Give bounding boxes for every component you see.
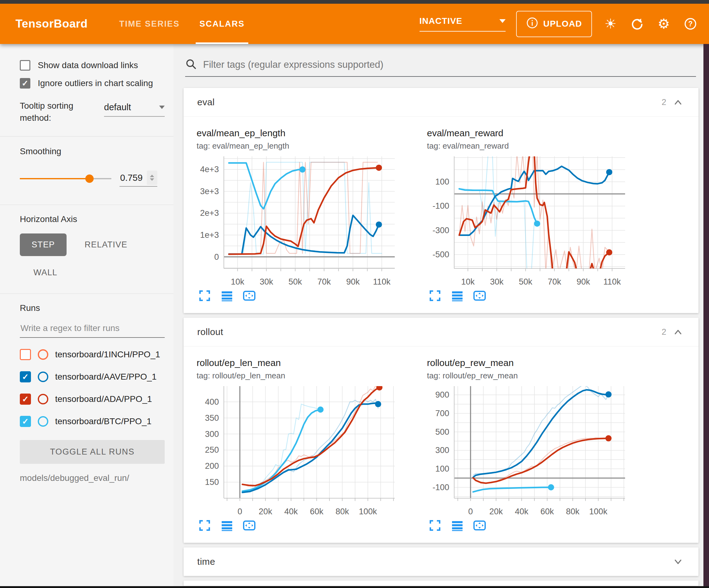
svg-text:250: 250	[205, 445, 219, 455]
svg-text:0: 0	[214, 252, 219, 262]
run-row-ada[interactable]: ✓ tensorboard/ADA/PPO_1	[20, 393, 165, 405]
main-content: eval2eval/mean_ep_lengthtag: eval/mean_e…	[174, 44, 703, 586]
chevron-up-icon[interactable]	[671, 325, 685, 339]
svg-text:70k: 70k	[548, 277, 561, 286]
help-icon[interactable]: ?	[682, 16, 699, 32]
svg-text:20k: 20k	[490, 507, 503, 516]
chart-canvas-eval-mean-ep-length[interactable]: 10k30k50k70k90k110k01e+32e+33e+34e+3	[196, 153, 401, 288]
upload-button[interactable]: UPLOAD	[516, 11, 592, 37]
axis-option-step[interactable]: STEP	[20, 233, 67, 256]
fit-domain-icon[interactable]	[473, 519, 487, 532]
fit-domain-icon[interactable]	[242, 519, 256, 532]
svg-text:500: 500	[435, 427, 449, 437]
settings-sidebar: Show data download links ✓ Ignore outlie…	[0, 44, 174, 586]
smoothing-value-input[interactable]	[120, 173, 147, 183]
section-header-time[interactable]: time	[184, 547, 699, 576]
chart-canvas-rollout-ep-len-mean[interactable]: 020k40k60k80k100k150200250300350400	[196, 383, 401, 518]
svg-text:300: 300	[435, 445, 449, 455]
toggle-runs-list-icon[interactable]	[220, 289, 234, 303]
svg-text:100: 100	[435, 177, 449, 186]
section-card-rollout: rollout2rollout/ep_len_meantag: rollout/…	[184, 318, 699, 543]
filter-tags-input[interactable]	[203, 59, 696, 71]
run-row-1inch[interactable]: tensorboard/1INCH/PPO_1	[20, 349, 165, 360]
svg-text:10k: 10k	[461, 277, 475, 286]
chart-canvas-rollout-ep-rew-mean[interactable]: 020k40k60k80k100k-100100300500700900	[427, 383, 631, 518]
tab-scalars[interactable]: SCALARS	[189, 4, 255, 44]
run-color-circle	[38, 372, 48, 382]
section-card-partial	[184, 581, 699, 586]
chevron-down-icon	[159, 106, 165, 109]
section-header-eval[interactable]: eval2	[184, 88, 699, 117]
chart-card-rollout-ep-len-mean: rollout/ep_len_meantag: rollout/ep_len_m…	[196, 358, 413, 532]
section-header-rollout[interactable]: rollout2	[184, 318, 699, 347]
svg-text:10k: 10k	[231, 277, 244, 286]
chevron-up-icon[interactable]	[671, 95, 685, 109]
svg-text:80k: 80k	[566, 507, 580, 516]
chart-tag-label: tag: rollout/ep_rew_mean	[427, 371, 644, 381]
fit-domain-icon[interactable]	[473, 289, 487, 303]
run-checkbox[interactable]: ✓	[20, 416, 31, 427]
svg-text:4e+3: 4e+3	[200, 165, 219, 174]
svg-text:40k: 40k	[284, 507, 298, 516]
run-color-circle	[38, 349, 48, 360]
section-title: eval	[197, 97, 215, 107]
axis-option-relative[interactable]: RELATIVE	[84, 240, 127, 250]
settings-gear-icon[interactable]: ⚙	[656, 16, 672, 32]
brightness-icon[interactable]: ☀	[603, 16, 619, 32]
runs-filter-box	[20, 323, 165, 338]
svg-text:?: ?	[688, 20, 692, 28]
tab-time-series[interactable]: TIME SERIES	[109, 4, 189, 44]
svg-text:400: 400	[205, 397, 219, 407]
smoothing-stepper[interactable]	[147, 171, 157, 185]
toggle-runs-list-icon[interactable]	[450, 289, 464, 303]
svg-text:350: 350	[205, 413, 219, 423]
svg-text:30k: 30k	[490, 277, 504, 286]
show-download-links-checkbox[interactable]	[20, 60, 30, 71]
chart-card-eval-mean-reward: eval/mean_rewardtag: eval/mean_reward10k…	[427, 128, 644, 303]
run-row-btc[interactable]: ✓ tensorboard/BTC/PPO_1	[20, 416, 165, 427]
show-download-links-label: Show data download links	[38, 60, 138, 70]
smoothing-slider[interactable]	[20, 178, 111, 179]
chevron-down-icon	[499, 19, 506, 23]
ignore-outliers-row[interactable]: ✓ Ignore outliers in chart scaling	[20, 78, 165, 88]
run-checkbox[interactable]: ✓	[20, 371, 31, 382]
svg-text:0: 0	[468, 507, 473, 516]
run-checkbox[interactable]: ✓	[20, 393, 31, 405]
svg-text:110k: 110k	[373, 277, 391, 286]
svg-text:90k: 90k	[577, 277, 590, 286]
show-download-links-row[interactable]: Show data download links	[20, 60, 165, 71]
fullscreen-icon[interactable]	[198, 519, 211, 532]
ignore-outliers-checkbox[interactable]: ✓	[20, 78, 30, 88]
run-name: tensorboard/AAVE/PPO_1	[55, 372, 157, 382]
fullscreen-icon[interactable]	[428, 289, 442, 303]
run-checkbox[interactable]	[20, 349, 31, 360]
refresh-icon[interactable]	[629, 16, 645, 32]
fit-domain-icon[interactable]	[242, 289, 256, 303]
status-dropdown-value: INACTIVE	[420, 16, 463, 26]
svg-text:300: 300	[205, 430, 219, 439]
stepper-down-icon[interactable]	[150, 178, 154, 181]
toggle-all-runs-button[interactable]: TOGGLE ALL RUNS	[20, 440, 165, 464]
fullscreen-icon[interactable]	[198, 289, 211, 303]
toggle-runs-list-icon[interactable]	[220, 519, 234, 532]
chevron-down-icon[interactable]	[671, 555, 685, 568]
search-icon	[185, 58, 197, 71]
tooltip-sorting-dropdown[interactable]: default	[104, 102, 165, 117]
run-color-circle	[38, 394, 48, 404]
status-dropdown[interactable]: INACTIVE	[420, 16, 506, 32]
section-card-time: time	[184, 547, 699, 576]
section-chart-count: 2	[662, 98, 666, 107]
runs-filter-input[interactable]	[20, 323, 166, 333]
smoothing-slider-knob[interactable]	[85, 175, 94, 183]
desktop-edge	[703, 44, 709, 586]
axis-option-wall[interactable]: WALL	[33, 268, 57, 293]
fullscreen-icon[interactable]	[428, 519, 442, 532]
browser-top-strip	[0, 0, 709, 4]
svg-text:-100: -100	[432, 483, 449, 492]
run-row-aave[interactable]: ✓ tensorboard/AAVE/PPO_1	[20, 371, 165, 382]
stepper-up-icon[interactable]	[150, 175, 154, 177]
smoothing-label: Smoothing	[20, 147, 165, 156]
toggle-runs-list-icon[interactable]	[450, 519, 464, 532]
chart-canvas-eval-mean-reward[interactable]: 10k30k50k70k90k110k100-100-300-500	[427, 153, 631, 288]
svg-text:-500: -500	[432, 250, 449, 259]
